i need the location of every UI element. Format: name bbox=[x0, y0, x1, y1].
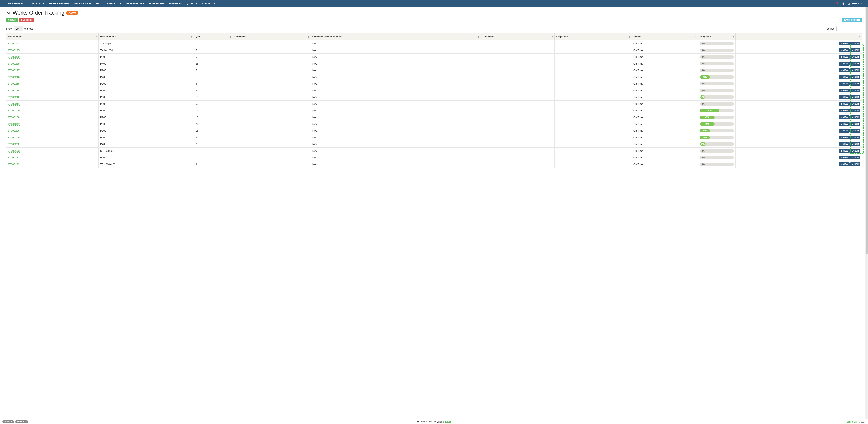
ncr-button[interactable]: NCR bbox=[850, 135, 860, 139]
view-button[interactable]: VIEW bbox=[839, 48, 850, 52]
col-header[interactable]: ▲▼ bbox=[736, 33, 862, 40]
col-header[interactable]: Qty▲▼ bbox=[194, 33, 233, 40]
scrollbar-thumb[interactable] bbox=[866, 7, 868, 176]
view-button[interactable]: VIEW bbox=[839, 42, 850, 46]
ncr-button[interactable]: NCR bbox=[850, 129, 860, 132]
active-button[interactable]: ACTIVE bbox=[6, 18, 18, 22]
ncr-button[interactable]: NCR bbox=[850, 82, 860, 86]
ncr-button[interactable]: NCR bbox=[850, 48, 860, 52]
view-button[interactable]: VIEW bbox=[839, 62, 850, 65]
view-button[interactable]: VIEW bbox=[839, 89, 850, 92]
view-button[interactable]: VIEW bbox=[839, 156, 850, 159]
col-header[interactable]: Part Number▲▼ bbox=[98, 33, 194, 40]
view-button[interactable]: VIEW bbox=[839, 142, 850, 146]
ncr-button[interactable]: NCR bbox=[850, 149, 860, 153]
nav-item-production[interactable]: PRODUCTION bbox=[72, 0, 93, 7]
nav-item-purchases[interactable]: PURCHASES bbox=[147, 0, 167, 7]
view-button[interactable]: VIEW bbox=[839, 109, 850, 113]
wo-link[interactable]: ST000214 bbox=[8, 89, 20, 92]
wo-link[interactable]: ST000241 bbox=[8, 42, 20, 45]
sort-icon[interactable]: ▲▼ bbox=[695, 36, 697, 38]
gear-icon[interactable]: ⚙ bbox=[842, 2, 845, 5]
sort-icon[interactable]: ▲▼ bbox=[229, 36, 231, 38]
view-button[interactable]: VIEW bbox=[839, 95, 850, 99]
overdue-button[interactable]: OVERDUE bbox=[19, 18, 34, 22]
wo-link[interactable]: ST000215 bbox=[8, 82, 20, 85]
wip-report-button[interactable]: WIP REPORT bbox=[842, 18, 862, 22]
wo-link[interactable]: ST000227 bbox=[8, 69, 20, 72]
nav-item-works-orders[interactable]: WORKS ORDERS bbox=[47, 0, 72, 7]
entries-select[interactable]: 20 bbox=[13, 26, 23, 31]
view-button[interactable]: VIEW bbox=[839, 162, 850, 166]
nav-item-contacts[interactable]: CONTACTS bbox=[199, 0, 218, 7]
col-header[interactable]: WO Number▲▼ bbox=[6, 33, 99, 40]
col-header[interactable]: Customer▲▼ bbox=[233, 33, 311, 40]
view-button[interactable]: VIEW bbox=[839, 129, 850, 132]
nav-item-parts[interactable]: PARTS bbox=[105, 0, 118, 7]
nav-item-sfdc[interactable]: SFDC bbox=[93, 0, 105, 7]
ncr-button[interactable]: NCR bbox=[850, 89, 860, 92]
col-header[interactable]: Progress▲▼ bbox=[698, 33, 736, 40]
scrollbar[interactable] bbox=[865, 7, 868, 176]
help-icon[interactable]: ❓ bbox=[836, 2, 839, 5]
view-button[interactable]: VIEW bbox=[839, 55, 850, 59]
view-button[interactable]: VIEW bbox=[839, 68, 850, 72]
view-button[interactable]: VIEW bbox=[839, 102, 850, 106]
sort-icon[interactable]: ▲▼ bbox=[308, 36, 310, 38]
ncr-button[interactable]: NCR bbox=[850, 162, 860, 166]
wo-link[interactable]: ST000230 bbox=[8, 55, 20, 59]
ncr-button[interactable]: NCR bbox=[850, 55, 860, 59]
ncr-button[interactable]: NCR bbox=[850, 156, 860, 159]
wo-link[interactable]: ST000193 bbox=[8, 149, 20, 153]
wo-link[interactable]: ST000206 bbox=[8, 129, 20, 132]
view-button[interactable]: VIEW bbox=[839, 122, 850, 126]
nav-item-business[interactable]: BUSINESS bbox=[167, 0, 184, 7]
ncr-button[interactable]: NCR bbox=[850, 102, 860, 106]
wo-link[interactable]: ST000205 bbox=[8, 136, 20, 139]
wo-link[interactable]: ST000202 bbox=[8, 143, 20, 146]
ncr-button[interactable]: NCR bbox=[850, 95, 860, 99]
col-header[interactable]: Customer Order Number▲▼ bbox=[311, 33, 481, 40]
sort-icon[interactable]: ▲▼ bbox=[477, 36, 479, 38]
search-input[interactable] bbox=[836, 26, 862, 31]
wo-link[interactable]: ST000216 bbox=[8, 75, 20, 79]
sort-icon[interactable]: ▲▼ bbox=[551, 36, 553, 38]
view-button[interactable]: VIEW bbox=[839, 149, 850, 153]
ncr-button[interactable]: NCR bbox=[850, 109, 860, 113]
ncr-button[interactable]: NCR bbox=[850, 142, 860, 146]
wo-link[interactable]: ST000228 bbox=[8, 62, 20, 65]
view-button[interactable]: VIEW bbox=[839, 75, 850, 79]
sort-icon[interactable]: ▲▼ bbox=[628, 36, 630, 38]
col-header[interactable]: Status▲▼ bbox=[632, 33, 698, 40]
sort-icon[interactable]: ▲▼ bbox=[95, 36, 97, 38]
view-button[interactable]: VIEW bbox=[839, 115, 850, 119]
ncr-button[interactable]: NCR bbox=[850, 75, 860, 79]
ncr-button[interactable]: NCR bbox=[850, 42, 860, 46]
sort-icon[interactable]: ▲▼ bbox=[732, 36, 734, 38]
user-menu[interactable]: ADMIN ▼ bbox=[848, 2, 862, 5]
cell: 3 bbox=[194, 161, 233, 168]
nav-item-contracts[interactable]: CONTRACTS bbox=[27, 0, 47, 7]
sort-icon[interactable]: ▲▼ bbox=[859, 36, 861, 38]
wo-link[interactable]: ST000211 bbox=[8, 102, 20, 105]
view-button[interactable]: VIEW bbox=[839, 135, 850, 139]
ncr-button[interactable]: NCR bbox=[850, 115, 860, 119]
wo-link[interactable]: ST000207 bbox=[8, 123, 20, 126]
wo-link[interactable]: ST000209 bbox=[8, 109, 20, 112]
nav-item-quality[interactable]: QUALITY bbox=[184, 0, 200, 7]
ncr-button[interactable]: NCR bbox=[850, 62, 860, 65]
wo-link[interactable]: ST000212 bbox=[8, 96, 20, 99]
add-icon[interactable]: + bbox=[831, 2, 833, 5]
wo-link[interactable]: ST000182 bbox=[8, 163, 20, 166]
nav-item-bill-of-materials[interactable]: BILL OF MATERIALS bbox=[118, 0, 147, 7]
wo-link[interactable]: ST000235 bbox=[8, 49, 20, 52]
col-header[interactable]: Ship Date▲▼ bbox=[555, 33, 632, 40]
ncr-button[interactable]: NCR bbox=[850, 68, 860, 72]
nav-item-dashboard[interactable]: DASHBOARD bbox=[6, 0, 27, 7]
wo-link[interactable]: ST000183 bbox=[8, 156, 20, 159]
view-button[interactable]: VIEW bbox=[839, 82, 850, 86]
wo-link[interactable]: ST000208 bbox=[8, 116, 20, 119]
sort-icon[interactable]: ▲▼ bbox=[191, 36, 193, 38]
ncr-button[interactable]: NCR bbox=[850, 122, 860, 126]
col-header[interactable]: Due Date▲▼ bbox=[481, 33, 554, 40]
